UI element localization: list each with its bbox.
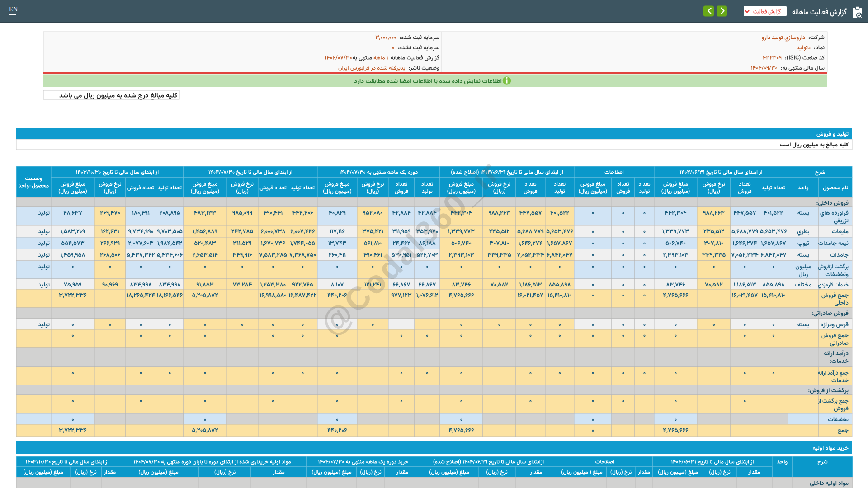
svg-text:EN: EN [9, 5, 18, 13]
